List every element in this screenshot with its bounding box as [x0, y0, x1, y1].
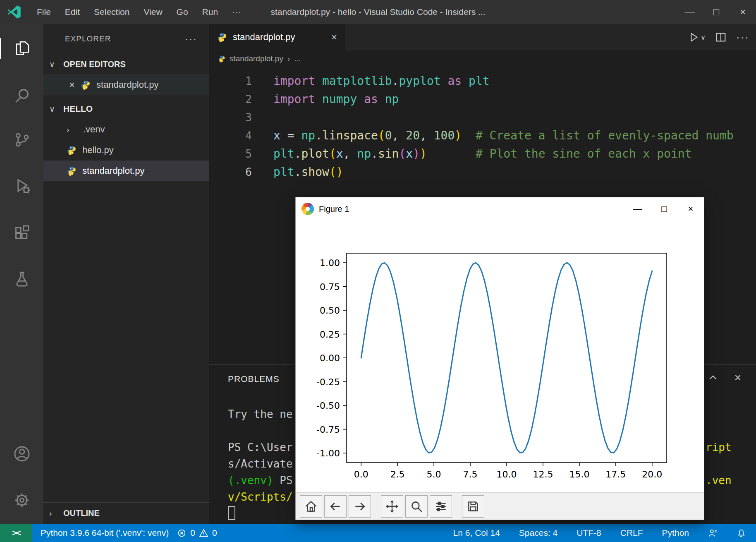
svg-text:0.25: 0.25	[320, 329, 340, 340]
chevron-down-icon: ∨	[49, 104, 63, 114]
pan-button[interactable]	[381, 495, 403, 518]
code-line[interactable]: 4x = np.linspace(0, 20, 100) # Create a …	[209, 127, 756, 145]
title-bar: File Edit Selection View Go Run ··· stan…	[0, 0, 756, 24]
run-dropdown-chevron-icon[interactable]: ∨	[701, 34, 706, 41]
panel-maximize-chevron-icon[interactable]	[707, 372, 719, 384]
line-number: 1	[209, 72, 263, 90]
cursor-position-status[interactable]: Ln 6, Col 14	[453, 528, 500, 538]
figure-close-button[interactable]: ×	[677, 197, 704, 221]
terminal-cursor	[228, 506, 235, 520]
figure-toolbar	[296, 492, 704, 520]
python-file-icon	[217, 32, 227, 42]
tab-standardplot-py[interactable]: standardplot.py ×	[209, 24, 345, 50]
breadcrumb-more[interactable]: ...	[294, 54, 301, 63]
figure-minimize-button[interactable]: —	[624, 197, 651, 221]
code-text: import matplotlib.pyplot as plt	[273, 72, 490, 90]
line-number: 3	[209, 108, 263, 127]
figure-title-bar[interactable]: Figure 1 — □ ×	[296, 197, 704, 221]
window-maximize-button[interactable]: □	[703, 0, 730, 24]
open-editors-header[interactable]: ∨ OPEN EDITORS	[43, 54, 209, 74]
chevron-right-icon: ›	[67, 125, 77, 134]
sidebar-title: EXPLORER	[65, 34, 185, 43]
accounts-icon[interactable]	[0, 442, 43, 466]
forward-button[interactable]	[349, 495, 371, 518]
indentation-status[interactable]: Spaces: 4	[519, 528, 557, 538]
problems-status[interactable]: 0 0	[177, 528, 217, 538]
arrow-right-icon	[353, 499, 367, 513]
close-editor-icon[interactable]: ×	[69, 80, 75, 90]
sidebar-more-actions[interactable]: ···	[185, 33, 197, 45]
svg-text:10.0: 10.0	[497, 469, 517, 480]
panel-close-icon[interactable]: ×	[734, 373, 741, 383]
code-line[interactable]: 3	[209, 108, 756, 127]
outline-section-header[interactable]: › OUTLINE	[43, 502, 209, 524]
code-editor[interactable]: 1import matplotlib.pyplot as plt2import …	[209, 67, 756, 181]
open-editor-standardplot[interactable]: × standardplot.py	[43, 74, 209, 95]
menu-view[interactable]: View	[136, 7, 169, 17]
home-button[interactable]	[300, 495, 322, 518]
source-control-icon[interactable]	[0, 128, 43, 152]
tree-item-venv[interactable]: › .venv	[43, 119, 209, 140]
python-file-icon	[67, 145, 77, 155]
home-icon	[304, 499, 318, 513]
menu-file[interactable]: File	[30, 7, 58, 17]
extensions-icon[interactable]	[0, 221, 43, 245]
editor-more-actions[interactable]: ···	[736, 31, 749, 44]
window-title: standardplot.py - hello - Visual Studio …	[270, 7, 485, 17]
search-icon[interactable]	[0, 84, 43, 108]
feedback-person-icon	[708, 528, 718, 538]
tree-item-label: hello.py	[82, 145, 114, 156]
plot-canvas: 0.02.55.07.510.012.515.017.520.0-1.00-0.…	[296, 221, 704, 493]
settings-gear-icon[interactable]	[0, 488, 43, 512]
feedback-button[interactable]	[708, 528, 718, 538]
tree-item-standardplot-py[interactable]: standardplot.py	[43, 161, 209, 181]
save-button[interactable]	[462, 495, 484, 518]
panel-tab-problems[interactable]: PROBLEMS	[228, 374, 280, 384]
menu-go[interactable]: Go	[170, 7, 195, 17]
code-line[interactable]: 1import matplotlib.pyplot as plt	[209, 72, 756, 90]
remote-indicator[interactable]: ><	[0, 524, 32, 542]
svg-text:1.00: 1.00	[320, 258, 340, 268]
code-line[interactable]: 6plt.show()	[209, 163, 756, 181]
encoding-status[interactable]: UTF-8	[577, 528, 601, 538]
configure-subplots-button[interactable]	[430, 495, 452, 518]
breadcrumb[interactable]: standardplot.py › ...	[209, 50, 756, 67]
menu-bar: File Edit Selection View Go Run ···	[30, 7, 248, 17]
breadcrumb-file[interactable]: standardplot.py	[230, 54, 283, 63]
folder-hello-header[interactable]: ∨ HELLO	[43, 98, 209, 119]
error-icon	[177, 528, 187, 538]
svg-text:-0.25: -0.25	[316, 377, 340, 387]
tree-item-hello-py[interactable]: hello.py	[43, 140, 209, 161]
window-minimize-button[interactable]: —	[677, 0, 703, 24]
matplotlib-figure-window[interactable]: Figure 1 — □ × 0.02.55.07.510.012.515.01…	[295, 197, 704, 520]
svg-text:2.5: 2.5	[390, 469, 405, 480]
testing-icon[interactable]	[0, 267, 43, 291]
menu-more[interactable]: ···	[225, 7, 248, 17]
menu-selection[interactable]: Selection	[87, 7, 136, 17]
back-button[interactable]	[324, 495, 347, 518]
eol-status[interactable]: CRLF	[620, 528, 643, 538]
figure-maximize-button[interactable]: □	[651, 197, 677, 221]
code-text: import numpy as np	[273, 90, 399, 108]
warning-count: 0	[212, 528, 217, 538]
run-debug-icon[interactable]	[0, 174, 43, 198]
code-line[interactable]: 2import numpy as np	[209, 90, 756, 108]
breadcrumb-separator: ›	[287, 54, 290, 63]
language-mode-status[interactable]: Python	[662, 528, 689, 538]
code-line[interactable]: 5plt.plot(x, np.sin(x)) # Plot the sine …	[209, 145, 756, 163]
run-python-file-button[interactable]: ∨	[687, 31, 706, 43]
svg-text:15.0: 15.0	[569, 469, 589, 480]
explorer-icon[interactable]	[0, 36, 43, 60]
tab-close-icon[interactable]: ×	[331, 32, 337, 42]
activity-bar	[0, 24, 43, 524]
python-interpreter-status[interactable]: Python 3.9.6 64-bit ('.venv': venv)	[41, 528, 169, 538]
split-editor-icon[interactable]	[715, 31, 727, 43]
line-number: 4	[209, 127, 263, 145]
notifications-bell-button[interactable]	[737, 528, 746, 538]
menu-run[interactable]: Run	[195, 7, 225, 17]
zoom-button[interactable]	[405, 495, 428, 518]
tree-item-label: .venv	[83, 124, 105, 135]
window-close-button[interactable]: ×	[730, 0, 756, 24]
code-text: plt.plot(x, np.sin(x)) # Plot the sine o…	[273, 145, 692, 163]
menu-edit[interactable]: Edit	[58, 7, 87, 17]
